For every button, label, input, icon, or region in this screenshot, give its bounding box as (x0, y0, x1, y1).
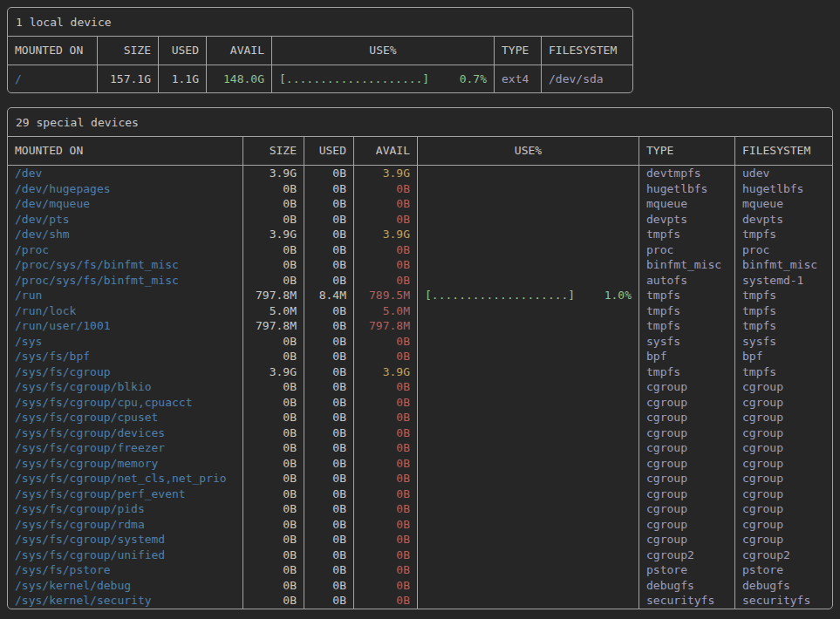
filesystem-cell: cgroup2 (734, 548, 832, 563)
used-cell: 0B (304, 395, 353, 411)
column-header-use-percent: USE% (417, 137, 639, 165)
used-cell: 0B (304, 471, 353, 486)
size-cell: 0B (242, 562, 304, 578)
mount-point-cell: /sys/fs/cgroup/pids (8, 501, 242, 517)
mount-point-cell: /run/user/1001 (8, 318, 242, 334)
size-cell: 0B (242, 273, 304, 289)
size-cell: 0B (242, 517, 304, 533)
mount-point-cell: /sys/fs/cgroup (8, 364, 242, 380)
avail-cell: 3.9G (353, 364, 417, 380)
mount-point-cell: /sys/fs/cgroup/perf_event (8, 486, 242, 502)
size-cell: 0B (242, 212, 304, 228)
used-cell: 0B (304, 227, 353, 242)
avail-cell: 0B (353, 242, 417, 258)
local-devices-rows: / 157.1G 1.1G 148.0G [..................… (8, 65, 632, 92)
mount-point-cell: /proc/sys/fs/binfmt_misc (8, 273, 242, 289)
mount-point-cell: /sys/fs/bpf (8, 349, 242, 364)
mount-point-cell: /sys/fs/cgroup/systemd (8, 532, 242, 548)
filesystem-cell: udev (734, 166, 832, 181)
usage-bar-cell (417, 273, 639, 289)
column-header-type: TYPE (494, 37, 541, 65)
device-row: /sys/fs/cgroup/cpu,cpuacct 0B 0B 0B cgro… (8, 395, 832, 411)
size-cell: 0B (242, 425, 304, 441)
type-cell: sysfs (639, 334, 734, 350)
filesystem-cell: cgroup (734, 501, 832, 517)
used-cell: 0B (304, 181, 353, 197)
device-row: /dev/pts 0B 0B 0B devpts devpts (8, 212, 832, 228)
avail-cell: 0B (353, 410, 417, 425)
size-cell: 0B (242, 395, 304, 411)
size-cell: 0B (242, 471, 304, 486)
mount-point-cell: /dev (8, 166, 242, 181)
used-cell: 0B (304, 425, 353, 441)
type-cell: cgroup (639, 379, 734, 395)
avail-cell: 0B (353, 532, 417, 548)
filesystem-cell: tmpfs (734, 318, 832, 334)
size-cell: 0B (242, 501, 304, 517)
avail-cell: 0B (353, 593, 417, 609)
size-cell: 0B (242, 440, 304, 456)
device-row: /sys/fs/pstore 0B 0B 0B pstore pstore (8, 562, 832, 578)
usage-bar-cell (417, 593, 639, 609)
mount-point-cell: /proc/sys/fs/binfmt_misc (8, 257, 242, 273)
usage-percent: 1.0% (604, 288, 632, 303)
avail-cell: 0B (353, 334, 417, 350)
device-row: /run 797.8M 8.4M 789.5M [...............… (8, 288, 832, 303)
filesystem-cell: tmpfs (734, 364, 832, 380)
type-cell: pstore (639, 562, 734, 578)
type-cell: mqueue (639, 196, 734, 212)
device-row: /sys/fs/cgroup/devices 0B 0B 0B cgroup c… (8, 425, 832, 441)
column-header-use-percent: USE% (271, 37, 494, 65)
filesystem-cell: cgroup (734, 517, 832, 533)
used-cell: 0B (304, 379, 353, 395)
type-cell: hugetlbfs (639, 181, 734, 197)
device-row: /proc/sys/fs/binfmt_misc 0B 0B 0B autofs… (8, 273, 832, 289)
special-devices-title: 29 special devices (8, 108, 832, 137)
column-header-size: SIZE (97, 37, 158, 65)
filesystem-cell: bpf (734, 349, 832, 364)
mount-point-cell: /sys/fs/cgroup/freezer (8, 440, 242, 456)
usage-bar-cell: [....................] 0.7% (271, 65, 494, 92)
device-row: /sys/fs/cgroup 3.9G 0B 3.9G tmpfs tmpfs (8, 364, 832, 380)
device-row: /sys/fs/cgroup/freezer 0B 0B 0B cgroup c… (8, 440, 832, 456)
avail-cell: 3.9G (353, 166, 417, 181)
avail-cell: 0B (353, 257, 417, 273)
local-devices-header-row: MOUNTED ON SIZE USED AVAIL USE% TYPE FIL… (8, 37, 632, 65)
type-cell: cgroup2 (639, 548, 734, 563)
mount-point-cell: /sys/fs/cgroup/blkio (8, 379, 242, 395)
avail-cell: 0B (353, 395, 417, 411)
usage-bar-cell (417, 334, 639, 350)
mount-point-cell: /run/lock (8, 303, 242, 319)
column-header-avail: AVAIL (353, 137, 417, 165)
type-cell: tmpfs (639, 227, 734, 242)
filesystem-cell: binfmt_misc (734, 257, 832, 273)
used-cell: 0B (304, 501, 353, 517)
type-cell: autofs (639, 273, 734, 289)
type-cell: tmpfs (639, 364, 734, 380)
type-cell: tmpfs (639, 318, 734, 334)
filesystem-cell: hugetlbfs (734, 181, 832, 197)
usage-bar-cell (417, 395, 639, 411)
type-cell: cgroup (639, 532, 734, 548)
usage-bar-cell (417, 562, 639, 578)
avail-cell: 0B (353, 517, 417, 533)
device-row: /dev/shm 3.9G 0B 3.9G tmpfs tmpfs (8, 227, 832, 242)
avail-cell: 0B (353, 548, 417, 563)
column-header-size: SIZE (242, 137, 304, 165)
type-cell: tmpfs (639, 303, 734, 319)
size-cell: 3.9G (242, 166, 304, 181)
avail-cell: 0B (353, 181, 417, 197)
device-row: /run/lock 5.0M 0B 5.0M tmpfs tmpfs (8, 303, 832, 319)
type-cell: devpts (639, 212, 734, 228)
avail-cell: 148.0G (206, 65, 271, 92)
mount-point-cell: /dev/mqueue (8, 196, 242, 212)
avail-cell: 789.5M (353, 288, 417, 303)
avail-cell: 5.0M (353, 303, 417, 319)
mount-point-cell: /sys/fs/pstore (8, 562, 242, 578)
column-header-type: TYPE (639, 137, 734, 165)
usage-bar-cell (417, 440, 639, 456)
usage-bar-cell (417, 548, 639, 563)
used-cell: 0B (304, 440, 353, 456)
used-cell: 0B (304, 196, 353, 212)
column-header-used: USED (304, 137, 353, 165)
